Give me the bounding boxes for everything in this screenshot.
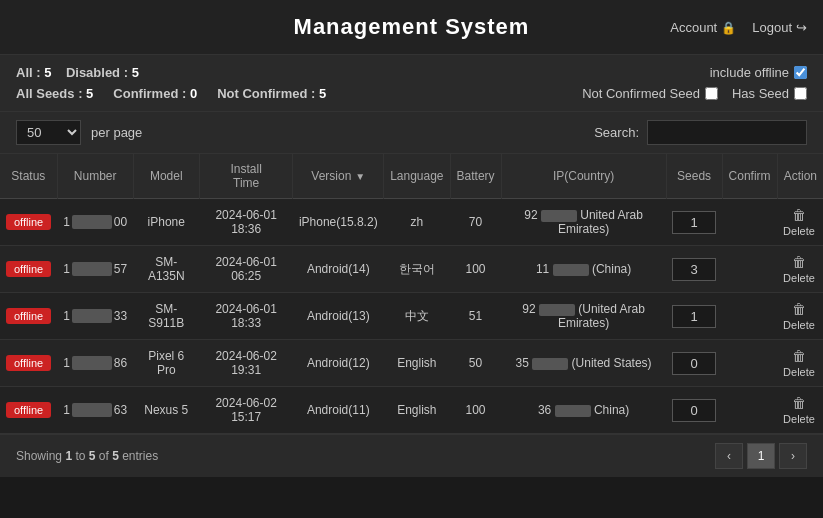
include-offline-checkbox[interactable] xyxy=(794,66,807,79)
cell-seeds[interactable] xyxy=(666,246,722,293)
cell-language: English xyxy=(384,340,450,387)
delete-button[interactable]: 🗑 Delete xyxy=(783,207,815,237)
cell-status: offline xyxy=(0,293,57,340)
page-title: Management System xyxy=(294,14,530,39)
cell-seeds[interactable] xyxy=(666,199,722,246)
pagination: ‹ 1 › xyxy=(715,443,807,469)
cell-number: 1 33 xyxy=(57,293,133,340)
cell-confirm xyxy=(722,387,777,434)
col-seeds: Seeds xyxy=(666,154,722,199)
col-battery: Battery xyxy=(450,154,501,199)
seeds-input[interactable] xyxy=(672,352,716,375)
cell-model: SM-S911B xyxy=(133,293,199,340)
cell-action[interactable]: 🗑 Delete xyxy=(777,199,823,246)
header: Management System Account 🔒 Logout ↪ xyxy=(0,0,823,55)
summary-counts: All : 5 Disabled : 5 xyxy=(16,65,139,80)
number-blur xyxy=(72,262,112,276)
has-seed-checkbox[interactable] xyxy=(794,87,807,100)
seeds-input[interactable] xyxy=(672,211,716,234)
cell-language: English xyxy=(384,387,450,434)
cell-number: 1 57 xyxy=(57,246,133,293)
cell-battery: 50 xyxy=(450,340,501,387)
all-count: All : 5 Disabled : 5 xyxy=(16,65,139,80)
page-1-button[interactable]: 1 xyxy=(747,443,775,469)
col-language: Language xyxy=(384,154,450,199)
cell-language: 한국어 xyxy=(384,246,450,293)
cell-model: Nexus 5 xyxy=(133,387,199,434)
ip-blur xyxy=(532,358,568,370)
cell-action[interactable]: 🗑 Delete xyxy=(777,293,823,340)
col-status: Status xyxy=(0,154,57,199)
cell-confirm xyxy=(722,246,777,293)
perpage-select[interactable]: 50 100 200 xyxy=(16,120,81,145)
col-model: Model xyxy=(133,154,199,199)
include-offline-label[interactable]: include offline xyxy=(710,65,807,80)
cell-seeds[interactable] xyxy=(666,340,722,387)
seeds-input[interactable] xyxy=(672,399,716,422)
footer: Showing 1 to 5 of 5 entries ‹ 1 › xyxy=(0,434,823,477)
not-confirmed-seed-label[interactable]: Not Confirmed Seed xyxy=(582,86,718,101)
search-input[interactable] xyxy=(647,120,807,145)
logout-button[interactable]: Logout ↪ xyxy=(752,20,807,35)
cell-action[interactable]: 🗑 Delete xyxy=(777,246,823,293)
trash-icon: 🗑 xyxy=(792,348,806,364)
cell-version: Android(13) xyxy=(293,293,384,340)
cell-language: zh xyxy=(384,199,450,246)
next-page-button[interactable]: › xyxy=(779,443,807,469)
lock-icon: 🔒 xyxy=(721,20,736,34)
prev-page-button[interactable]: ‹ xyxy=(715,443,743,469)
cell-ip-country: 36 China) xyxy=(501,387,666,434)
cell-seeds[interactable] xyxy=(666,387,722,434)
seeds-input[interactable] xyxy=(672,305,716,328)
cell-version: Android(12) xyxy=(293,340,384,387)
cell-confirm xyxy=(722,340,777,387)
delete-button[interactable]: 🗑 Delete xyxy=(783,348,815,378)
not-confirmed-seed-checkbox[interactable] xyxy=(705,87,718,100)
number-blur xyxy=(72,403,112,417)
cell-action[interactable]: 🗑 Delete xyxy=(777,340,823,387)
perpage-row: 50 100 200 per page Search: xyxy=(0,112,823,154)
cell-confirm xyxy=(722,293,777,340)
has-seed-label[interactable]: Has Seed xyxy=(732,86,807,101)
seeds-count: All Seeds : 5 xyxy=(16,86,93,101)
trash-icon: 🗑 xyxy=(792,254,806,270)
filter-options: include offline xyxy=(710,65,807,80)
col-version[interactable]: Version ▼ xyxy=(293,154,384,199)
logout-label: Logout xyxy=(752,20,792,35)
table-row: offline 1 86 Pixel 6 Pro 2024-06-02 19:3… xyxy=(0,340,823,387)
cell-ip-country: 11 (China) xyxy=(501,246,666,293)
cell-battery: 100 xyxy=(450,387,501,434)
table-row: offline 1 00 iPhone 2024-06-01 18:36 iPh… xyxy=(0,199,823,246)
ip-blur xyxy=(541,210,577,222)
status-badge: offline xyxy=(6,261,51,277)
delete-button[interactable]: 🗑 Delete xyxy=(783,301,815,331)
cell-install-time: 2024-06-01 06:25 xyxy=(199,246,293,293)
cell-version: iPhone(15.8.2) xyxy=(293,199,384,246)
number-blur xyxy=(72,215,112,229)
cell-battery: 100 xyxy=(450,246,501,293)
table-row: offline 1 33 SM-S911B 2024-06-01 18:33 A… xyxy=(0,293,823,340)
cell-battery: 51 xyxy=(450,293,501,340)
delete-button[interactable]: 🗑 Delete xyxy=(783,395,815,425)
toolbar-row2: All Seeds : 5 Confirmed : 0 Not Confirme… xyxy=(16,86,807,101)
devices-table: Status Number Model InstallTime Version … xyxy=(0,154,823,434)
cell-language: 中文 xyxy=(384,293,450,340)
number-blur xyxy=(72,356,112,370)
toolbar-row1: All : 5 Disabled : 5 include offline xyxy=(16,65,807,80)
cell-number: 1 63 xyxy=(57,387,133,434)
account-button[interactable]: Account 🔒 xyxy=(670,20,736,35)
delete-button[interactable]: 🗑 Delete xyxy=(783,254,815,284)
not-confirmed-count: Not Confirmed : 5 xyxy=(217,86,326,101)
cell-ip-country: 35 (United States) xyxy=(501,340,666,387)
account-label: Account xyxy=(670,20,717,35)
cell-version: Android(11) xyxy=(293,387,384,434)
cell-install-time: 2024-06-01 18:33 xyxy=(199,293,293,340)
cell-seeds[interactable] xyxy=(666,293,722,340)
cell-action[interactable]: 🗑 Delete xyxy=(777,387,823,434)
trash-icon: 🗑 xyxy=(792,301,806,317)
cell-battery: 70 xyxy=(450,199,501,246)
cell-status: offline xyxy=(0,387,57,434)
seeds-input[interactable] xyxy=(672,258,716,281)
cell-status: offline xyxy=(0,246,57,293)
toolbar: All : 5 Disabled : 5 include offline All… xyxy=(0,55,823,112)
